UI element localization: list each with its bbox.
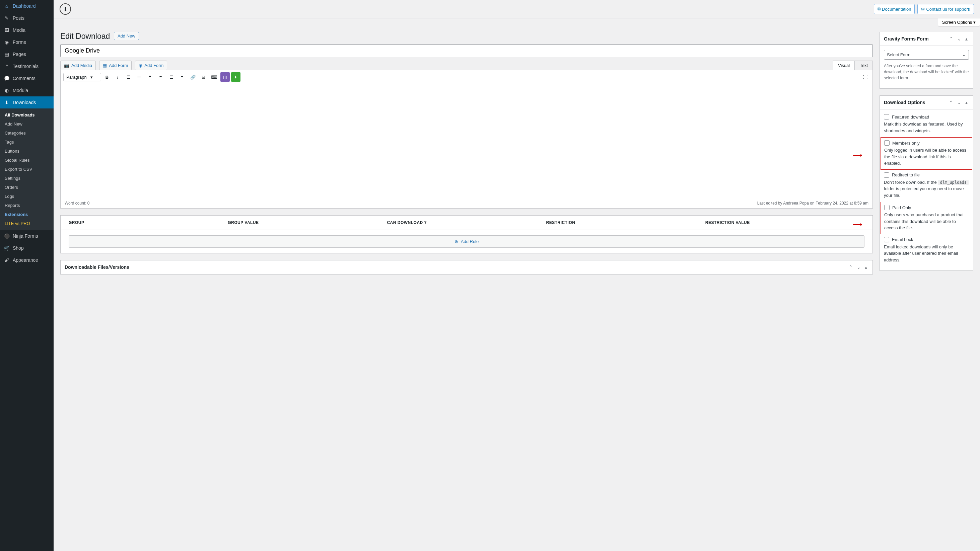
menu-modula[interactable]: ◐Modula: [0, 84, 54, 97]
sub-global-rules[interactable]: Global Rules: [0, 156, 54, 165]
downloads-submenu: All Downloads Add New Categories Tags Bu…: [0, 108, 54, 230]
sub-all-downloads[interactable]: All Downloads: [0, 111, 54, 119]
annotation-arrow-2: ⟶: [853, 220, 862, 228]
add-form-button-2[interactable]: ◉Add Form: [135, 60, 167, 70]
sub-categories[interactable]: Categories: [0, 129, 54, 138]
bullet-list-button[interactable]: ☰: [124, 72, 133, 82]
select-form-dropdown[interactable]: Select Form⌄: [884, 50, 969, 60]
menu-comments[interactable]: 💬Comments: [0, 72, 54, 84]
files-versions-panel: Downloadable Files/Versions ⌃ ⌄ ▴: [60, 260, 873, 275]
sub-reports[interactable]: Reports: [0, 201, 54, 210]
editor-toolbar: Paragraph ▾ B I ☰ ≔ ❝ ≡ ☰ ≡ 🔗 ⊟ ⌨ ◫ ✦: [60, 70, 872, 84]
annotation-arrow-1: ⟶: [853, 151, 862, 159]
featured-checkbox[interactable]: [884, 114, 889, 119]
menu-downloads[interactable]: ⬇Downloads: [0, 97, 54, 108]
pages-icon: ▤: [3, 51, 10, 57]
download-options-title: Download Options: [884, 100, 925, 105]
toolbar-toggle-button[interactable]: ⌨: [210, 72, 219, 82]
sub-lite-vs-pro[interactable]: LITE vs PRO: [0, 219, 54, 228]
chevron-down-icon[interactable]: ⌄: [855, 264, 862, 270]
sub-add-new[interactable]: Add New: [0, 119, 54, 129]
bold-button[interactable]: B: [102, 72, 112, 82]
featured-help: Mark this download as featured. Used by …: [884, 121, 969, 134]
menu-dashboard[interactable]: ⌂Dashboard: [0, 0, 54, 12]
align-right-button[interactable]: ≡: [178, 72, 187, 82]
download-title-input[interactable]: [60, 44, 873, 57]
form-icon: ▦: [103, 63, 107, 68]
sub-buttons[interactable]: Buttons: [0, 147, 54, 156]
menu-media[interactable]: 🖼Media: [0, 24, 54, 36]
sub-export-csv[interactable]: Export to CSV: [0, 165, 54, 174]
sub-orders[interactable]: Orders: [0, 183, 54, 192]
modula-icon: ◐: [3, 87, 10, 94]
plus-icon: ⊕: [455, 239, 458, 244]
add-rule-button[interactable]: ⊕Add Rule: [68, 235, 864, 248]
collapse-icon[interactable]: ▴: [964, 35, 969, 42]
numbered-list-button[interactable]: ≔: [135, 72, 144, 82]
chevron-up-icon[interactable]: ⌃: [948, 99, 955, 106]
col-group-value: GROUP VALUE: [228, 220, 387, 225]
shortcode-button[interactable]: ✦: [231, 72, 240, 82]
quote-button[interactable]: ❝: [145, 72, 155, 82]
sub-tags[interactable]: Tags: [0, 138, 54, 147]
files-panel-title: Downloadable Files/Versions: [65, 264, 129, 270]
chevron-down-icon[interactable]: ⌄: [956, 35, 963, 42]
col-group: GROUP: [68, 220, 228, 225]
add-new-button[interactable]: Add New: [114, 32, 139, 40]
featured-label: Featured download: [892, 114, 929, 119]
paid-only-highlight: Paid Only Only users who purchased a pro…: [881, 202, 972, 234]
download-options-panel: Download Options ⌃⌄▴ Featured download M…: [880, 95, 973, 271]
collapse-icon[interactable]: ▴: [964, 99, 969, 106]
dashboard-icon: ⌂: [3, 3, 10, 10]
admin-sidebar: ⌂Dashboard ✎Posts 🖼Media ◉Forms ▤Pages ❝…: [0, 0, 54, 551]
email-lock-checkbox[interactable]: [884, 237, 889, 242]
menu-testimonials[interactable]: ❝Testimonials: [0, 60, 54, 72]
fullscreen-button[interactable]: ⛶: [861, 72, 870, 82]
paid-only-checkbox[interactable]: [884, 205, 889, 210]
members-only-highlight: Members only Only logged in users will b…: [881, 137, 972, 170]
menu-forms[interactable]: ◉Forms: [0, 36, 54, 48]
paragraph-select[interactable]: Paragraph ▾: [63, 73, 101, 81]
members-only-checkbox[interactable]: [884, 140, 889, 146]
external-link-icon: ⧉: [878, 6, 881, 12]
chevron-down-icon[interactable]: ⌄: [956, 99, 963, 106]
collapse-icon[interactable]: ▴: [864, 264, 869, 270]
members-only-label: Members only: [892, 141, 920, 146]
col-can-download: CAN DOWNLOAD ?: [387, 220, 546, 225]
cart-icon: 🛒: [3, 245, 10, 251]
col-restriction-value: RESTRICTION VALUE: [705, 220, 864, 225]
tab-text[interactable]: Text: [855, 60, 873, 70]
sub-extensions[interactable]: Extensions: [0, 210, 54, 219]
modula-button[interactable]: ◫: [220, 72, 230, 82]
forms-icon: ◉: [3, 39, 10, 46]
content-editor: Paragraph ▾ B I ☰ ≔ ❝ ≡ ☰ ≡ 🔗 ⊟ ⌨ ◫ ✦: [60, 70, 873, 208]
align-left-button[interactable]: ≡: [156, 72, 165, 82]
chevron-up-icon[interactable]: ⌃: [948, 35, 955, 42]
sub-logs[interactable]: Logs: [0, 192, 54, 201]
media-icon: 🖼: [3, 27, 10, 33]
rules-panel: ⟶ GROUP GROUP VALUE CAN DOWNLOAD ? RESTR…: [60, 215, 873, 253]
contact-support-button[interactable]: ✉Contact us for support!: [917, 4, 974, 14]
screen-options-button[interactable]: Screen Options ▾: [938, 18, 980, 27]
link-button[interactable]: 🔗: [188, 72, 197, 82]
sub-settings[interactable]: Settings: [0, 174, 54, 183]
menu-pages[interactable]: ▤Pages: [0, 48, 54, 60]
redirect-checkbox[interactable]: [884, 172, 889, 178]
align-center-button[interactable]: ☰: [167, 72, 176, 82]
tab-visual[interactable]: Visual: [833, 60, 855, 70]
ninja-icon: ⚫: [3, 233, 10, 239]
chevron-up-icon[interactable]: ⌃: [847, 264, 854, 270]
menu-posts[interactable]: ✎Posts: [0, 12, 54, 24]
menu-shop[interactable]: 🛒Shop: [0, 242, 54, 254]
italic-button[interactable]: I: [113, 72, 123, 82]
menu-appearance[interactable]: 🖌Appearance: [0, 254, 54, 266]
documentation-button[interactable]: ⧉Documentation: [874, 4, 915, 14]
read-more-button[interactable]: ⊟: [199, 72, 208, 82]
topbar: ⬇ ⧉Documentation ✉Contact us for support…: [54, 0, 980, 18]
comments-icon: 💬: [3, 75, 10, 82]
redirect-help: Don't force download. If the dlm_uploads…: [884, 179, 969, 199]
add-form-button-1[interactable]: ▦Add Form: [99, 60, 132, 70]
menu-ninja-forms[interactable]: ⚫Ninja Forms: [0, 230, 54, 242]
add-media-button[interactable]: 📷Add Media: [60, 60, 96, 70]
editor-body[interactable]: ⟶: [60, 84, 872, 198]
